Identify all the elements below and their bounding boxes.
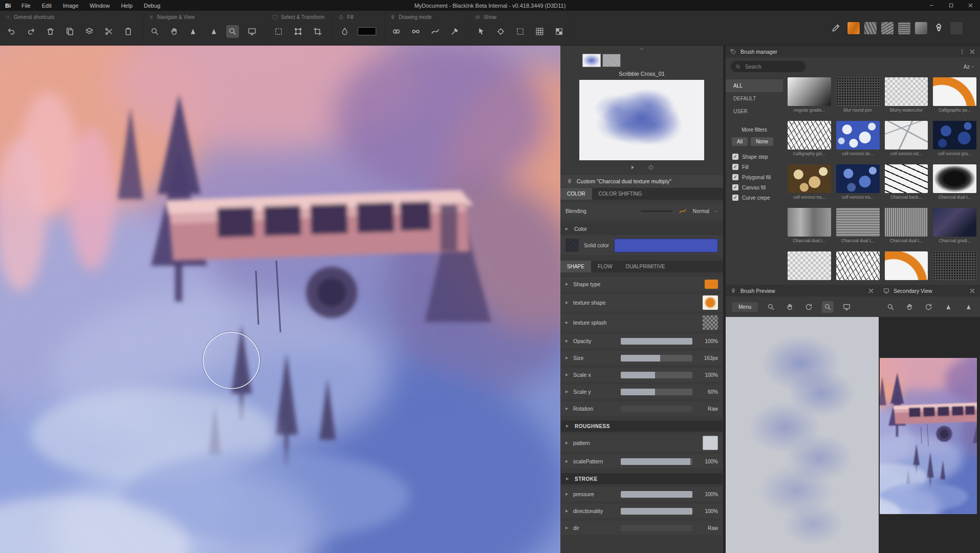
power-icon[interactable] <box>648 164 654 171</box>
brush-variant-alt[interactable] <box>602 54 621 67</box>
brush-preset-2[interactable] <box>881 22 894 34</box>
transform-tool-button[interactable] <box>292 25 304 38</box>
rotate-left-button[interactable] <box>187 25 200 38</box>
maximize-button[interactable] <box>941 0 961 11</box>
secondary-flip-right-button[interactable] <box>962 301 974 313</box>
brush-manager-header[interactable]: Brush manager <box>726 46 980 57</box>
preview-zoom-button[interactable] <box>765 301 777 313</box>
disclosure-icon[interactable]: ▶ <box>565 459 570 463</box>
line-mode-button[interactable] <box>448 25 461 38</box>
section-header-stroke[interactable]: ▶STROKE <box>561 473 723 484</box>
disclosure-icon[interactable]: ▶ <box>565 373 570 377</box>
brush-item[interactable]: cell voronoi tra... <box>834 162 882 206</box>
secondary-pan-button[interactable] <box>904 301 916 313</box>
duplicate-button[interactable] <box>63 25 76 38</box>
brush-preview-canvas[interactable] <box>726 317 879 553</box>
param-row-pressure[interactable]: ▶pressure100% <box>561 487 723 501</box>
brush-item[interactable]: Calligraphic pe... <box>930 75 979 119</box>
brush-preview-header[interactable]: Brush Preview <box>726 285 879 296</box>
preview-pan-button[interactable] <box>784 301 796 313</box>
brush-item[interactable]: Blur round pen <box>834 75 882 119</box>
brush-item[interactable]: Angular gradie... <box>785 75 834 119</box>
tab-dualprimitive[interactable]: DUALPRIMITIVE <box>619 261 672 272</box>
filter-all-button[interactable]: All <box>732 137 748 146</box>
param-row-directionality[interactable]: ▶directionality100% <box>561 504 723 518</box>
brush-item[interactable]: Charcoal dual t... <box>834 206 882 249</box>
disclosure-icon[interactable]: ▶ <box>565 492 570 496</box>
filter-checkbox-curve-crepe[interactable]: ✓Curve crepe <box>726 193 783 203</box>
secondary-rotate-button[interactable] <box>923 301 934 313</box>
preview-rotate-button[interactable] <box>803 301 815 313</box>
pan-tool-button[interactable] <box>168 25 181 38</box>
chain-mode-button[interactable] <box>409 25 422 38</box>
param-slider[interactable] <box>621 355 692 361</box>
disclosure-icon[interactable]: ▶ <box>565 339 570 343</box>
show-pattern-button[interactable] <box>553 25 565 38</box>
zoom-reset-button[interactable] <box>226 25 239 38</box>
param-row-texture-shape[interactable]: ▶texture shape <box>561 294 723 311</box>
menu-help[interactable]: Help <box>115 0 138 11</box>
param-row-scale-x[interactable]: ▶Scale x100% <box>561 368 723 382</box>
cut-button[interactable] <box>102 25 115 38</box>
custom-brush-bar[interactable]: Custom "Charcoal dual texture multiply" <box>560 175 723 187</box>
secondary-view-header[interactable]: Secondary View <box>879 285 980 296</box>
panel-collapse-button[interactable] <box>560 46 723 52</box>
brush-item[interactable]: cell voronoi ed... <box>882 119 931 162</box>
param-row-rotation[interactable]: ▶RotationRaw <box>561 401 723 416</box>
crop-tool-button[interactable] <box>311 25 324 38</box>
param-row-dir[interactable]: ▶dirRaw <box>561 521 723 535</box>
search-input[interactable] <box>744 63 787 70</box>
solid-color-swatch[interactable] <box>614 239 718 252</box>
brush-preset-orange[interactable] <box>847 22 860 34</box>
tab-flow[interactable]: FLOW <box>591 261 619 272</box>
rotate-right-button[interactable] <box>207 25 220 38</box>
checkbox-checked-icon[interactable]: ✓ <box>732 174 738 180</box>
param-slider[interactable] <box>621 508 692 515</box>
checkbox-checked-icon[interactable]: ✓ <box>732 164 738 170</box>
menu-file[interactable]: File <box>16 0 36 11</box>
category-user[interactable]: USER <box>726 105 783 118</box>
brush-preset-4[interactable] <box>915 22 927 34</box>
brush-preset-5[interactable] <box>950 22 963 34</box>
brush-item[interactable]: cell voronoi de... <box>834 119 882 162</box>
param-slider[interactable] <box>621 338 692 345</box>
checker-thumbnail[interactable] <box>703 315 718 330</box>
param-row-shape-type[interactable]: ▶Shape type <box>561 277 723 291</box>
param-slider[interactable] <box>621 372 692 378</box>
show-selection-button[interactable] <box>514 25 527 38</box>
brush-item[interactable]: Charcoal gradi... <box>930 206 979 249</box>
category-all[interactable]: ALL <box>726 79 783 92</box>
secondary-zoom-button[interactable] <box>885 301 897 313</box>
brush-preset-1[interactable] <box>864 22 877 34</box>
show-grid-button[interactable] <box>533 25 546 38</box>
link-mode-button[interactable] <box>390 25 403 38</box>
param-row-texture-splash[interactable]: ▶texture splash <box>561 314 723 331</box>
menu-window[interactable]: Window <box>84 0 115 11</box>
show-cursor-button[interactable] <box>475 25 488 38</box>
param-slider[interactable] <box>621 406 692 412</box>
tab-color-shifting[interactable]: COLOR SHIFTING <box>592 188 649 200</box>
blending-row[interactable]: Blending Normal <box>560 203 723 219</box>
brush-item[interactable]: Charcoal back... <box>882 162 931 206</box>
document-thumbnail[interactable] <box>880 358 977 514</box>
filter-none-button[interactable]: None <box>751 137 773 146</box>
layers-button[interactable] <box>83 25 96 38</box>
brush-item[interactable]: Blurry watercolor <box>882 75 931 119</box>
category-default[interactable]: DEFAULT <box>726 92 783 105</box>
secondary-view-canvas[interactable] <box>879 317 980 553</box>
search-box[interactable] <box>731 61 805 72</box>
brush-item[interactable]: Calligraphy gel... <box>785 119 834 162</box>
secondary-flip-left-button[interactable] <box>943 301 955 313</box>
shape-type-swatch[interactable] <box>705 280 718 289</box>
chevron-down-icon[interactable] <box>713 209 718 214</box>
tab-color[interactable]: COLOR <box>560 188 592 200</box>
sort-az-button[interactable]: Az <box>964 63 975 70</box>
brush-item[interactable] <box>882 249 931 285</box>
filter-checkbox-shape-step[interactable]: ✓Shape step <box>726 152 783 162</box>
orange-dot-thumbnail[interactable] <box>703 295 718 310</box>
brush-item[interactable]: Charcoal dual t... <box>882 206 931 249</box>
menu-debug[interactable]: Debug <box>138 0 166 11</box>
tab-shape[interactable]: SHAPE <box>560 261 591 272</box>
disclosure-icon[interactable]: ▶ <box>565 301 570 305</box>
brush-item[interactable] <box>834 249 882 285</box>
